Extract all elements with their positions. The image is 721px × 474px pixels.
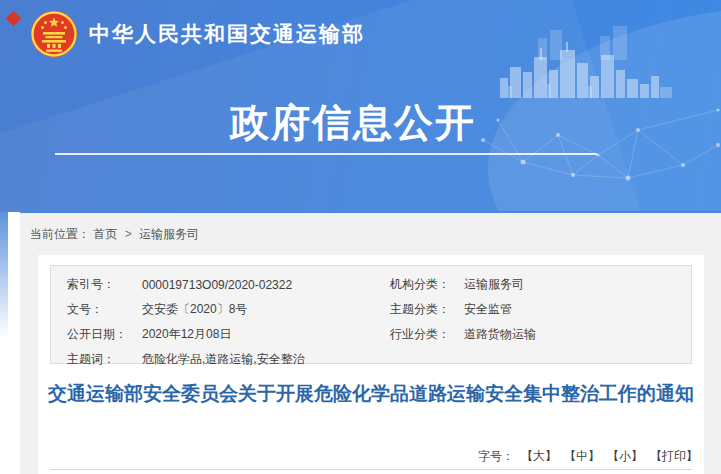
banner-underline <box>55 153 597 155</box>
document-meta-table: 索引号： 000019713O09/2020-02322 机构分类： 运输服务司… <box>50 265 692 364</box>
breadcrumb-separator: > <box>125 227 132 241</box>
national-emblem-icon <box>30 10 78 58</box>
meta-value: 交安委〔2020〕8号 <box>142 301 390 318</box>
content-panel: 当前位置： 首页 > 运输服务司 索引号： 000019713O09/2020-… <box>20 211 721 474</box>
meta-value: 安全监管 <box>464 301 691 318</box>
document-title: 交通运输部安全委员会关于开展危险化学品道路运输安全集中整治工作的通知 <box>46 381 696 407</box>
meta-label: 公开日期： <box>67 326 142 343</box>
meta-label: 索引号： <box>67 276 142 293</box>
meta-label: 行业分类： <box>390 326 464 343</box>
print-button[interactable]: 【打印】 <box>650 449 698 463</box>
document-card: 索引号： 000019713O09/2020-02322 机构分类： 运输服务司… <box>38 255 704 474</box>
site-name: 中华人民共和国交通运输部 <box>89 20 365 48</box>
breadcrumb-label: 当前位置： <box>30 227 90 241</box>
meta-value: 道路货物运输 <box>464 326 691 343</box>
font-size-medium-button[interactable]: 【中】 <box>564 449 600 463</box>
banner: 中华人民共和国交通运输部 政府信息公开 <box>0 0 721 212</box>
meta-value: 危险化学品,道路运输,安全整治 <box>142 351 691 368</box>
faint-buildings-decoration <box>538 26 633 60</box>
content-divider <box>50 469 692 470</box>
meta-label: 主题分类： <box>390 301 464 318</box>
font-size-toolbar: 字号：【大】【中】【小】【打印】 <box>478 448 698 465</box>
network-decoration <box>478 100 721 200</box>
meta-label: 主题词： <box>67 351 142 368</box>
meta-value: 2020年12月08日 <box>142 326 390 343</box>
meta-value: 000019713O09/2020-02322 <box>142 278 390 292</box>
meta-value: 运输服务司 <box>464 276 691 293</box>
breadcrumb-home-link[interactable]: 首页 <box>93 227 117 241</box>
breadcrumb: 当前位置： 首页 > 运输服务司 <box>20 213 721 243</box>
banner-title: 政府信息公开 <box>230 96 476 150</box>
font-size-large-button[interactable]: 【大】 <box>521 449 557 463</box>
font-size-label: 字号： <box>478 449 514 463</box>
left-gradient-decoration <box>0 212 8 337</box>
breadcrumb-section-link[interactable]: 运输服务司 <box>139 227 199 241</box>
meta-label: 机构分类： <box>390 276 464 293</box>
font-size-small-button[interactable]: 【小】 <box>607 449 643 463</box>
meta-label: 文号： <box>67 301 142 318</box>
site-header: 中华人民共和国交通运输部 <box>30 9 365 59</box>
red-diamond-icon <box>6 11 22 27</box>
